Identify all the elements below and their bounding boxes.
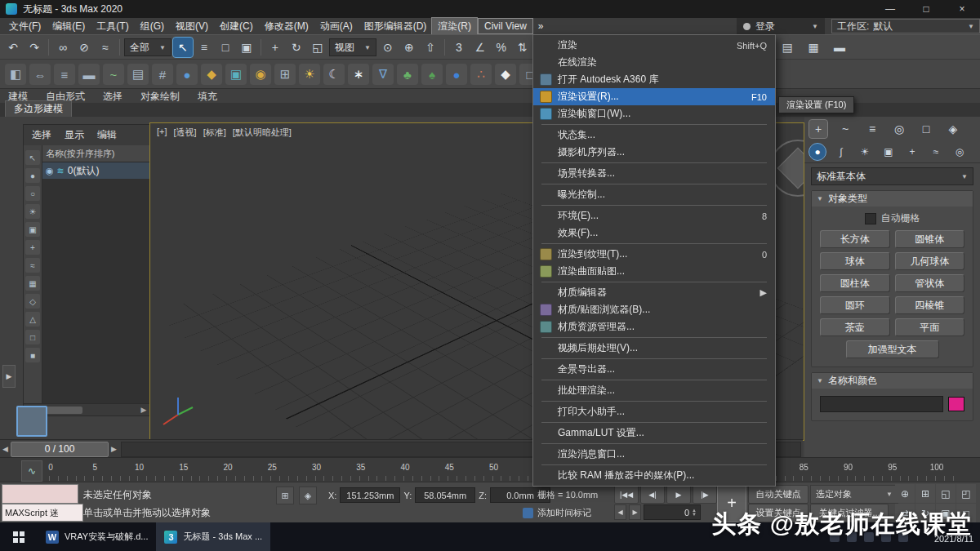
shapes-category[interactable]: ∫ — [833, 144, 849, 160]
keyboard-override-icon[interactable]: ⇧ — [421, 38, 440, 57]
close-button[interactable]: × — [944, 0, 980, 18]
next-frame-icon[interactable]: ▶ — [629, 504, 641, 520]
explorer-sort-header[interactable]: 名称(按升序排序) — [42, 145, 149, 162]
object-button-4[interactable]: 圆柱体 — [820, 274, 890, 292]
menubar-item-2[interactable]: 工具(T) — [91, 18, 134, 35]
zoom-icon[interactable]: ⊕ — [895, 484, 915, 503]
selection-set-dropdown[interactable]: 选定对象 ▼ — [810, 485, 898, 504]
display-tab[interactable]: □ — [917, 120, 935, 138]
lights-category[interactable]: ☀ — [857, 144, 873, 160]
explorer-row[interactable]: ◉ ≋ 0(默认) — [42, 162, 149, 179]
minimize-button[interactable]: — — [872, 0, 908, 18]
maxscript-listener-label[interactable]: MAXScript 迷 — [2, 504, 83, 522]
display-groups-icon[interactable]: ▦ — [25, 276, 40, 291]
viewport-label-part-1[interactable]: [透视] — [174, 127, 197, 139]
spacewarps-category[interactable]: ≈ — [928, 144, 944, 160]
render-menu-item-1[interactable]: 在线渲染 — [533, 54, 775, 71]
primitive-type-dropdown[interactable]: 标准基本体 ▼ — [811, 167, 973, 185]
object-button-9[interactable]: 平面 — [895, 318, 965, 336]
viewport-layout-tab[interactable] — [16, 406, 47, 437]
object-button-0[interactable]: 长方体 — [820, 230, 890, 248]
ref-coord-dropdown[interactable]: 视图▼ — [329, 38, 376, 56]
layer-explorer-icon[interactable]: ≡ — [54, 64, 75, 85]
render-menu-item-7[interactable]: 摄影机序列器... — [533, 144, 775, 161]
render-menu-item-9[interactable]: 场景转换器... — [533, 165, 775, 182]
sun-positioner-icon[interactable]: ☀ — [299, 64, 320, 85]
render-menu-item-13[interactable]: 环境(E)...8 — [533, 207, 775, 224]
display-containers-icon[interactable]: □ — [25, 330, 40, 344]
object-type-rollout-header[interactable]: ▼ 对象类型 — [812, 191, 973, 207]
render-menu-item-16[interactable]: 渲染到纹理(T)...0 — [533, 246, 775, 263]
zoom-extents-icon[interactable]: ◱ — [936, 484, 956, 503]
window-crossing-icon[interactable]: ▣ — [237, 38, 256, 57]
menubar-item-7[interactable]: 动画(A) — [314, 18, 359, 35]
render-setup-icon[interactable]: ◆ — [201, 64, 222, 85]
render-menu-item-35[interactable]: 比较 RAM 播放器中的媒体(P)... — [533, 467, 775, 484]
display-geometry-icon[interactable]: ● — [25, 168, 40, 183]
render-menu-item-3[interactable]: 渲染设置(R)...F10 — [533, 88, 775, 105]
render-menu-item-6[interactable]: 状态集... — [533, 127, 775, 144]
rain-icon[interactable]: ∇ — [372, 64, 394, 85]
menubar-item-6[interactable]: 修改器(M) — [259, 18, 314, 35]
playback-button-2[interactable]: ▶ — [666, 485, 691, 504]
select-object-icon[interactable]: ↖ — [173, 38, 193, 57]
material-editor-icon[interactable]: ● — [176, 64, 198, 85]
snow-icon[interactable]: ∗ — [348, 64, 369, 85]
object-button-7[interactable]: 四棱锥 — [895, 296, 965, 314]
track-bar[interactable]: ∿ 05101520253035404550556065707580859095… — [0, 457, 980, 482]
display-bones-icon[interactable]: △ — [25, 312, 40, 327]
moon-icon[interactable]: ☾ — [323, 64, 345, 85]
utilities-tab[interactable]: ◈ — [944, 120, 962, 138]
isolate-selection-icon[interactable]: ⊞ — [276, 487, 294, 504]
render-menu-item-14[interactable]: 效果(F)... — [533, 224, 775, 242]
menubar-item-10[interactable]: Civil View — [479, 19, 532, 33]
sphere-material-icon[interactable]: ● — [446, 64, 467, 85]
mini-curve-editor-icon[interactable]: ∿ — [21, 460, 42, 482]
render-menu-item-11[interactable]: 曝光控制... — [533, 186, 775, 203]
open-app-store-icon[interactable]: ⊞ — [274, 64, 296, 85]
bind-spacewarp-icon[interactable]: ≈ — [96, 38, 115, 57]
ribbon-toggle-icon[interactable]: ▬ — [830, 38, 849, 57]
object-color-swatch[interactable] — [948, 397, 964, 411]
angle-snap-icon[interactable]: ∠ — [470, 38, 490, 57]
viewport-label-part-2[interactable]: [标准] — [203, 127, 226, 139]
autogrid-checkbox[interactable] — [865, 213, 876, 224]
playback-button-0[interactable]: |◀◀ — [614, 485, 639, 504]
object-button-8[interactable]: 茶壶 — [820, 318, 890, 336]
display-xrefs-icon[interactable]: ◇ — [25, 294, 40, 309]
ribbon-tab-2[interactable]: 选择 — [103, 90, 122, 104]
hierarchy-tab[interactable]: ≡ — [863, 120, 881, 138]
object-button-3[interactable]: 几何球体 — [895, 252, 965, 270]
schematic-view-icon[interactable]: # — [152, 64, 173, 85]
ribbon-tab-3[interactable]: 对象绘制 — [140, 90, 180, 104]
align-icon[interactable]: ⇔ — [29, 64, 51, 85]
add-time-tag[interactable]: 添加时间标记 — [523, 507, 591, 519]
menubar-item-1[interactable]: 编辑(E) — [47, 18, 91, 35]
menubar-item-4[interactable]: 视图(V) — [170, 18, 214, 35]
render-menu-item-20[interactable]: 材质/贴图浏览器(B)... — [533, 301, 775, 318]
display-shapes-icon[interactable]: ○ — [25, 186, 40, 201]
frame-forward-icon[interactable]: ▶ — [109, 445, 119, 453]
render-menu-item-21[interactable]: 材质资源管理器... — [533, 318, 775, 335]
render-menu-item-33[interactable]: 渲染消息窗口... — [533, 446, 775, 463]
render-menu-item-31[interactable]: Gamma/LUT 设置... — [533, 424, 775, 442]
use-pivot-center-icon[interactable]: ⊙ — [378, 38, 398, 57]
tree-icon[interactable]: ♠ — [421, 64, 443, 85]
layer-explorer-toggle-icon[interactable]: ▦ — [804, 38, 823, 57]
selection-filter-dropdown[interactable]: 全部▼ — [124, 38, 172, 56]
maximize-button[interactable]: □ — [908, 0, 944, 18]
sign-in-button[interactable]: 登录 ▼ — [737, 18, 825, 34]
helpers-category[interactable]: + — [904, 144, 920, 160]
taskbar-app-1[interactable]: 3无标题 - 3ds Max ... — [156, 522, 270, 551]
display-frozen-icon[interactable]: ■ — [25, 348, 40, 362]
snap-toggle-icon[interactable]: 3 — [449, 38, 469, 57]
panel-expand-button[interactable]: ▶ — [2, 365, 16, 388]
taskbar-app-0[interactable]: WVRAY安装与破解.d... — [38, 522, 156, 551]
modify-tab[interactable]: ~ — [836, 120, 854, 138]
curve-editor-icon[interactable]: ~ — [103, 64, 124, 85]
toggle-ribbon-icon[interactable]: ▬ — [78, 64, 100, 85]
coord-field-1[interactable]: 58.054mm — [415, 487, 475, 503]
playback-button-3[interactable]: |▶ — [693, 485, 717, 504]
cameras-category[interactable]: ▣ — [880, 144, 897, 160]
render-menu-item-17[interactable]: 渲染曲面贴图... — [533, 263, 775, 280]
